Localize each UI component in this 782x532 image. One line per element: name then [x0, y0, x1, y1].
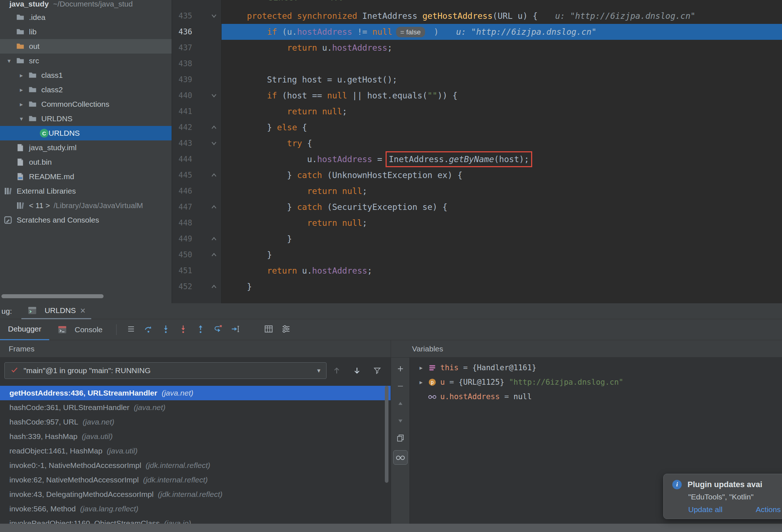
tree-item-class1[interactable]: ▸class1: [0, 68, 172, 83]
tree-item-out-bin[interactable]: out.bin: [0, 155, 172, 169]
scroll-up-button[interactable]: [394, 398, 407, 409]
fold-up-icon[interactable]: [192, 124, 222, 131]
close-icon[interactable]: ×: [80, 307, 86, 314]
frame-row[interactable]: invoke:43, DelegatingMethodAccessorImpl(…: [0, 487, 391, 502]
tab-console[interactable]: Console: [49, 319, 110, 340]
code-line-444[interactable]: 444 u.hostAddress = InetAddress.getByNam…: [172, 151, 782, 167]
line-number[interactable]: 442: [172, 123, 192, 132]
code-line-445[interactable]: 445 } catch (UnknownHostException ex) {: [172, 167, 782, 183]
fold-down-icon[interactable]: [192, 13, 222, 19]
line-number[interactable]: 450: [172, 250, 192, 259]
chevron-right-icon[interactable]: ▸: [15, 101, 28, 108]
scroll-down-button[interactable]: [394, 415, 407, 426]
frame-row[interactable]: invoke0:-1, NativeMethodAccessorImpl(jdk…: [0, 458, 391, 473]
chevron-right-icon[interactable]: ▸: [15, 72, 28, 79]
step-into-button[interactable]: [157, 322, 175, 337]
line-number[interactable]: 445: [172, 171, 192, 180]
frame-up-button[interactable]: [327, 366, 347, 375]
tree-item-readme-md[interactable]: README.md: [0, 169, 172, 184]
frame-row[interactable]: invoke:566, Method(java.lang.reflect): [0, 502, 391, 516]
fold-down-icon[interactable]: [192, 92, 222, 99]
code-line-451[interactable]: 451 return u.hostAddress;: [172, 263, 782, 279]
threads-menu-button[interactable]: [122, 322, 140, 337]
copy-stack-button[interactable]: [394, 433, 407, 444]
tab-urldns-session[interactable]: URLDNS ×: [21, 303, 91, 319]
frame-row[interactable]: hashCode:361, URLStreamHandler(java.net): [0, 400, 391, 415]
line-number[interactable]: 441: [172, 107, 192, 116]
tree-item-src[interactable]: ▾src: [0, 54, 172, 68]
tree-horizontal-scrollbar[interactable]: [1, 294, 104, 298]
line-number[interactable]: 449: [172, 235, 192, 243]
layout-table-button[interactable]: [260, 322, 277, 337]
code-line-450[interactable]: 450 }: [172, 247, 782, 263]
tree-item-out[interactable]: out: [0, 39, 172, 54]
code-line-447[interactable]: 447 } catch (SecurityException se) {: [172, 199, 782, 215]
chevron-right-icon[interactable]: ▸: [416, 379, 426, 386]
line-number[interactable]: 446: [172, 187, 192, 195]
tab-debugger[interactable]: Debugger: [0, 319, 49, 340]
code-line-449[interactable]: 449 }: [172, 231, 782, 247]
step-out-button[interactable]: [192, 322, 209, 337]
code-line-442[interactable]: 442 } else {: [172, 119, 782, 135]
fold-up-icon[interactable]: [192, 204, 222, 210]
tree-item-commoncollections[interactable]: ▸CommonCollections: [0, 97, 172, 111]
code-line-452[interactable]: 452}: [172, 279, 782, 295]
chevron-right-icon[interactable]: ▸: [15, 86, 28, 94]
line-number[interactable]: 448: [172, 219, 192, 227]
variable-row-u-hostaddress[interactable]: u.hostAddress = null: [410, 389, 782, 404]
frame-row[interactable]: invoke:62, NativeMethodAccessorImpl(jdk.…: [0, 473, 391, 487]
code-line-443[interactable]: 443 try {: [172, 135, 782, 151]
thread-selector[interactable]: "main"@1 in group "main": RUNNING ▾: [4, 362, 327, 379]
add-watch-button[interactable]: [394, 363, 407, 374]
line-number[interactable]: 435: [172, 12, 192, 20]
project-root[interactable]: java_study ~/Documents/java_stud: [0, 0, 172, 10]
actions-link[interactable]: Actions: [756, 505, 781, 514]
code-line-436[interactable]: 436 if (u.hostAddress != null= false )u:…: [172, 24, 782, 40]
line-number[interactable]: 447: [172, 203, 192, 211]
tree-item-scratches-and-consoles[interactable]: Scratches and Consoles: [0, 213, 172, 227]
code-line-435[interactable]: 435protected synchronized InetAddress ge…: [172, 8, 782, 24]
code-line-439[interactable]: 439 String host = u.getHost();: [172, 72, 782, 88]
line-number[interactable]: 443: [172, 139, 192, 148]
filter-frames-button[interactable]: [367, 366, 387, 375]
show-watches-toggle[interactable]: [393, 450, 408, 465]
line-number[interactable]: 438: [172, 59, 192, 68]
settings-sliders-button[interactable]: [277, 322, 295, 337]
frame-row[interactable]: readObject:1461, HashMap(java.util): [0, 444, 391, 458]
code-line-446[interactable]: 446 return null;: [172, 183, 782, 199]
line-number[interactable]: 440: [172, 91, 192, 100]
tree-item-11[interactable]: < 11 >/Library/Java/JavaVirtualM: [0, 198, 172, 213]
code-line-440[interactable]: 440 if (host == null || host.equals(""))…: [172, 88, 782, 104]
remove-watch-button[interactable]: [394, 381, 407, 392]
variable-row-u[interactable]: ▸pu = {URL@1125} "http://6izjpa.dnslog.c…: [410, 375, 782, 389]
tree-item-external-libraries[interactable]: External Libraries: [0, 184, 172, 198]
code-editor[interactable]: Since: 4.0 435protected synchronized Ine…: [172, 0, 782, 303]
line-number[interactable]: 452: [172, 282, 192, 291]
line-number[interactable]: 439: [172, 75, 192, 84]
line-number[interactable]: 436: [172, 28, 192, 36]
code-line-441[interactable]: 441 return null;: [172, 104, 782, 119]
run-to-cursor-button[interactable]: [227, 322, 244, 337]
code-line-448[interactable]: 448 return null;: [172, 215, 782, 231]
update-all-link[interactable]: Update all: [688, 505, 723, 514]
fold-up-icon[interactable]: [192, 252, 222, 258]
line-number[interactable]: 444: [172, 155, 192, 164]
frame-row[interactable]: hash:339, HashMap(java.util): [0, 429, 391, 444]
frame-row[interactable]: hashCode:957, URL(java.net): [0, 415, 391, 429]
tree-item-java-study-iml[interactable]: java_study.iml: [0, 140, 172, 155]
fold-down-icon[interactable]: [192, 140, 222, 147]
drop-frame-button[interactable]: [209, 322, 227, 337]
frame-down-button[interactable]: [347, 366, 367, 375]
variable-row-this[interactable]: ▸this = {Handler@1161}: [410, 360, 782, 375]
frames-scrollbar[interactable]: [385, 386, 388, 483]
code-line-438[interactable]: 438: [172, 56, 782, 72]
tree-item-lib[interactable]: lib: [0, 25, 172, 39]
force-step-into-button[interactable]: [175, 322, 192, 337]
chevron-down-icon[interactable]: ▾: [3, 57, 15, 65]
frame-row[interactable]: getHostAddress:436, URLStreamHandler(jav…: [0, 386, 391, 400]
tree-item-class2[interactable]: ▸class2: [0, 83, 172, 97]
line-number[interactable]: 437: [172, 43, 192, 52]
fold-up-icon[interactable]: [192, 283, 222, 290]
code-line-437[interactable]: 437 return u.hostAddress;: [172, 40, 782, 56]
chevron-down-icon[interactable]: ▾: [15, 115, 28, 123]
